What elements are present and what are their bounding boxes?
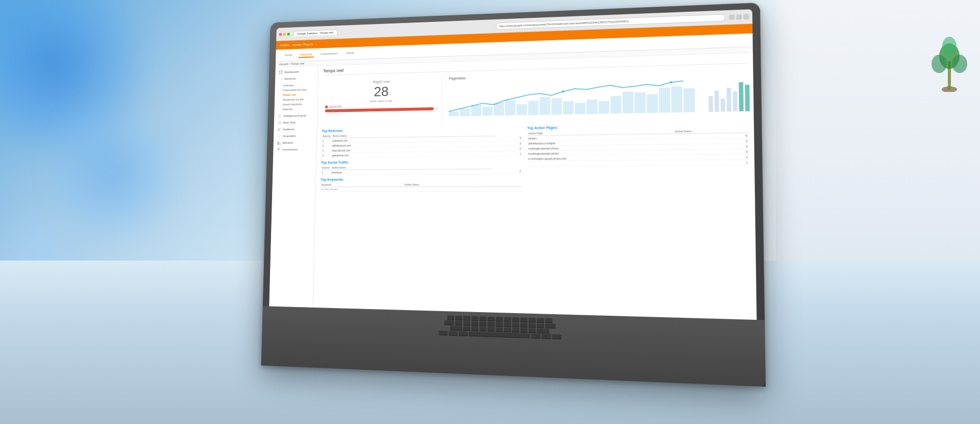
- sidebar-item-behavior[interactable]: Behavior: [274, 139, 316, 146]
- svg-rect-18: [528, 101, 538, 115]
- svg-rect-28: [647, 94, 658, 113]
- svg-point-46: [942, 37, 957, 55]
- right-bar-chart-section: [703, 67, 748, 120]
- key: [471, 316, 478, 321]
- key: [528, 328, 535, 333]
- svg-rect-17: [517, 104, 527, 115]
- svg-rect-21: [563, 101, 574, 114]
- chart-area: [449, 76, 696, 122]
- tab-customization[interactable]: Customization: [318, 51, 340, 57]
- svg-point-7: [280, 128, 281, 129]
- ga-logo-text: Analytics: [280, 43, 290, 46]
- key: [531, 334, 541, 338]
- key: [458, 331, 468, 336]
- tables-section: Top Referrals: Source Active Users ↓: [321, 123, 749, 192]
- key: [512, 322, 519, 327]
- key: [552, 334, 561, 339]
- referrals-data: Source Active Users ↓ 1 makeblock.net: [321, 131, 522, 158]
- tab-reporting[interactable]: Reporting: [298, 52, 314, 58]
- row-num: 4: [321, 153, 331, 158]
- svg-point-32: [562, 90, 565, 92]
- row-keyword: No data available: [321, 186, 522, 191]
- row-value: 5: [496, 136, 522, 142]
- ga-account-text: Account / Property: [292, 43, 313, 46]
- sidebar-label-audience: Audience: [283, 128, 294, 131]
- row-num: 1: [321, 170, 331, 175]
- sidebar-item-acquisition[interactable]: Acquisition: [274, 132, 316, 139]
- sidebar-section-realtime: Overview Présentation de l'aud. Temps re…: [274, 82, 317, 112]
- svg-rect-38: [733, 91, 738, 112]
- sidebar-label-behavior: Behavior: [283, 142, 293, 145]
- sidebar-label-shortcuts: Shortcuts: [284, 77, 296, 80]
- svg-rect-3: [281, 73, 283, 74]
- sidebar-item-shortcuts[interactable]: Shortcuts: [275, 75, 318, 82]
- svg-rect-19: [540, 97, 550, 115]
- tab-home[interactable]: Home: [283, 52, 294, 58]
- svg-rect-10: [280, 143, 281, 145]
- key: [537, 323, 544, 328]
- svg-rect-29: [659, 87, 670, 112]
- dot-maximize[interactable]: [287, 33, 290, 36]
- dot-minimize[interactable]: [283, 33, 286, 36]
- key: [537, 328, 550, 333]
- key: [479, 321, 486, 326]
- svg-rect-26: [622, 91, 633, 113]
- key: [450, 326, 462, 331]
- row-value: 2: [496, 146, 522, 151]
- right-now-number: 28: [325, 83, 438, 100]
- svg-rect-37: [727, 88, 731, 112]
- key: [496, 327, 503, 332]
- sidebar-label-acquisition: Acquisition: [283, 134, 296, 137]
- keywords-header-keyword: Keyword: [321, 182, 403, 186]
- key: [496, 322, 503, 326]
- social-title: Top Social Traffic:: [321, 159, 522, 164]
- svg-point-44: [932, 55, 947, 73]
- extension-icon-2[interactable]: [736, 14, 742, 20]
- key: [504, 322, 511, 327]
- svg-point-6: [278, 128, 279, 129]
- svg-rect-16: [505, 100, 515, 115]
- extension-icon-1[interactable]: [729, 14, 734, 20]
- row-value: 1: [674, 159, 749, 165]
- svg-rect-24: [598, 101, 609, 114]
- extension-icon-3[interactable]: [743, 14, 749, 19]
- device-dot: [325, 106, 328, 109]
- pageviews-section: Pageviews: [447, 68, 698, 123]
- sidebar-sub-referrals[interactable]: Referrals: [274, 106, 317, 112]
- flag-icon: [277, 148, 280, 152]
- key: [504, 327, 511, 332]
- key: [487, 322, 495, 326]
- table-row: 1: [527, 159, 749, 166]
- top-referrals-table: Top Referrals: Source Active Users ↓: [321, 126, 522, 192]
- key: [487, 327, 495, 332]
- sidebar-item-realtime[interactable]: Real-Time: [274, 119, 317, 126]
- svg-rect-8: [277, 141, 278, 145]
- key: [512, 317, 519, 322]
- row-source[interactable]: geekprewin.com: [331, 151, 496, 158]
- row-page[interactable]: [527, 160, 674, 166]
- keywords-data: Keyword Active Users No data available: [321, 182, 522, 192]
- device-label-text: DESKTOP: [329, 105, 341, 108]
- tab-admin[interactable]: Admin: [344, 50, 356, 56]
- key: [449, 331, 458, 336]
- browser-tab[interactable]: Google Analytics - Temps reel: [293, 30, 337, 37]
- sidebar-item-conversions[interactable]: Conversions: [273, 146, 316, 153]
- social-data: Source Active Users ↓ 1 HootSuite: [321, 164, 522, 175]
- row-value: 1: [496, 151, 522, 156]
- sidebar-section-main: Intelligence Events Real-Time: [273, 112, 317, 153]
- row-num: 2: [322, 143, 331, 148]
- sidebar-label-intelligence: Intelligence Events: [283, 114, 306, 117]
- key: [479, 326, 486, 331]
- dot-close[interactable]: [279, 33, 282, 36]
- key: [471, 326, 478, 331]
- bar-chart: [705, 69, 750, 112]
- table-row: No data available: [321, 186, 522, 191]
- sidebar-item-audience[interactable]: Audience: [274, 126, 316, 133]
- row-value: 3: [496, 141, 522, 146]
- row-source[interactable]: HootSuite: [331, 169, 492, 175]
- svg-point-4: [279, 114, 281, 117]
- row-num: 3: [321, 148, 331, 153]
- key: [529, 318, 536, 322]
- laptop: Google Analytics - Temps reel https://ww…: [261, 3, 766, 387]
- svg-rect-14: [482, 107, 493, 116]
